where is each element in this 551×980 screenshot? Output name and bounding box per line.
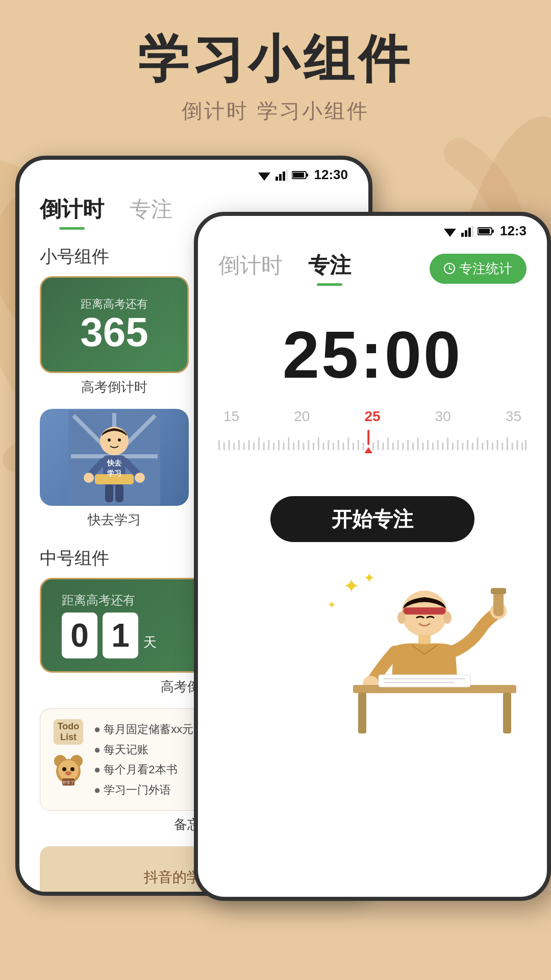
svg-rect-148 [493,591,504,616]
svg-rect-79 [238,440,240,450]
svg-rect-107 [372,443,374,450]
svg-rect-86 [273,443,274,450]
focus-stats-button[interactable]: 专注统计 [430,254,527,284]
svg-rect-119 [432,443,434,450]
slider-ruler[interactable]: 15 20 25 30 35 tick positions every ~5px [198,403,547,460]
phones-container: 12:30 倒计时 专注 小号组件 距离高考还有 365 高考倒计时 [0,140,551,906]
focus-stats-label: 专注统计 [459,260,512,278]
svg-rect-100 [343,443,344,450]
svg-rect-91 [298,440,299,450]
front-phone-status-bar: 12:3 [198,216,547,246]
timer-display: 25:00 [198,286,547,403]
svg-rect-6 [283,172,285,181]
svg-rect-66 [465,230,467,237]
ruler-label-20: 20 [294,408,310,425]
svg-rect-81 [248,440,249,450]
svg-rect-99 [338,440,339,450]
widget-study[interactable]: 快去 学习 快去学习 [40,409,189,531]
svg-rect-93 [308,440,309,450]
svg-rect-88 [283,443,285,450]
svg-point-35 [100,427,129,455]
tab-focus[interactable]: 专注 [130,195,172,230]
ruler-ticks-container: tick positions every ~5px [218,425,527,455]
svg-rect-75 [218,440,220,450]
app-subtitle: 倒计时 学习小组件 [0,97,551,125]
svg-rect-123 [452,443,454,450]
start-btn-container: 开始专注 [198,476,547,562]
svg-point-58 [70,767,74,771]
svg-rect-76 [223,443,225,450]
todo-tag: TodoList [54,719,84,745]
widget-3-label: 快去学习 [40,506,189,531]
svg-rect-154 [379,675,470,687]
widget-gaokao-countdown-1[interactable]: 距离高考还有 365 高考倒计时 [40,276,189,399]
front-tab-countdown[interactable]: 倒计时 [218,251,283,286]
svg-rect-7 [286,169,288,181]
svg-rect-121 [442,443,443,450]
svg-rect-120 [437,440,439,450]
svg-rect-102 [353,443,354,450]
svg-rect-153 [503,693,511,733]
svg-point-144 [397,611,406,624]
ruler-label-15: 15 [223,408,239,425]
svg-rect-84 [263,443,265,450]
svg-rect-70 [492,230,494,233]
svg-rect-80 [243,443,245,450]
svg-rect-101 [347,437,349,450]
countdown-number: 365 [80,312,148,353]
svg-rect-82 [253,443,255,450]
svg-rect-85 [268,440,269,450]
digit-1: 1 [103,612,138,658]
todo-icon-area: TodoList 开学了 [51,719,86,800]
svg-rect-77 [228,440,230,450]
svg-rect-131 [492,443,493,450]
svg-rect-10 [293,173,304,178]
front-battery-icon [478,227,494,236]
svg-rect-115 [412,443,414,450]
svg-rect-143 [403,607,446,615]
svg-marker-106 [364,447,372,453]
svg-rect-95 [318,437,319,450]
svg-rect-68 [472,226,473,237]
tab-countdown[interactable]: 倒计时 [40,195,104,230]
svg-point-39 [84,473,94,483]
svg-rect-138 [525,440,527,450]
front-wifi-icon [443,226,457,237]
svg-rect-71 [479,229,490,234]
svg-rect-104 [363,443,364,450]
svg-marker-3 [258,173,270,181]
svg-text:开学了: 开学了 [62,780,74,785]
svg-rect-133 [502,443,503,450]
svg-rect-89 [288,437,289,450]
svg-text:✦: ✦ [328,599,336,610]
front-signal-icon [461,226,473,237]
medium-countdown-text: 距离高考还有 [62,592,135,608]
svg-rect-45 [115,484,123,502]
svg-rect-146 [418,635,431,645]
svg-rect-118 [427,440,429,450]
svg-rect-114 [407,440,409,450]
svg-rect-90 [293,443,294,450]
svg-rect-116 [417,437,419,450]
digits-row: 0 1 天 [62,612,157,658]
svg-rect-112 [397,440,399,450]
digit-0: 0 [62,612,97,658]
svg-rect-125 [462,443,463,450]
start-focus-button[interactable]: 开始专注 [270,496,474,542]
svg-rect-110 [387,437,389,450]
wifi-icon [257,169,271,181]
status-icons [257,169,308,181]
svg-rect-113 [402,443,404,450]
svg-rect-44 [105,484,113,502]
battery-icon [292,170,308,180]
svg-rect-103 [358,440,359,450]
front-tab-focus[interactable]: 专注 [308,251,351,286]
svg-text:快去: 快去 [107,459,122,467]
ruler-label-25: 25 [364,408,380,425]
svg-rect-4 [276,177,278,181]
svg-rect-108 [378,440,379,450]
days-label: 天 [143,633,157,651]
svg-text:学习: 学习 [107,469,121,477]
svg-text:✦: ✦ [343,575,360,597]
svg-rect-127 [472,443,473,450]
